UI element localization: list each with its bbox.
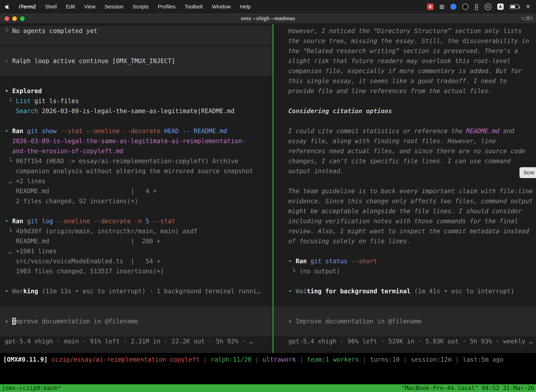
terminal-line: • Working (11m 13s • esc to interrupt) ·… (5, 286, 273, 296)
menu-item-window[interactable]: Window (212, 4, 231, 10)
screen-edge-button[interactable]: Scre (519, 167, 536, 178)
terminal-line (288, 96, 536, 106)
omx-footer: [OMX#0.11.9] cczip/essay/ai-reimplementa… (0, 353, 536, 392)
gauge-icon[interactable]: 61 (485, 3, 491, 10)
battery-icon[interactable] (510, 5, 519, 9)
left-pane-content: └ No agents completed yet › Ralph loop a… (0, 24, 273, 346)
terminal-line (288, 306, 536, 316)
input-source-icon[interactable]: A (497, 4, 504, 10)
terminal-line: Considering citation options (288, 106, 536, 116)
traffic-lights (5, 16, 25, 21)
terminal-line: └ No agents completed yet (5, 26, 273, 36)
menu-item-toolbelt[interactable]: Toolbelt (185, 4, 203, 10)
terminal-line: … +2 lines (5, 176, 273, 186)
terminal-pane-left[interactable]: └ No agents completed yet › Ralph loop a… (0, 24, 273, 353)
terminal-line (288, 296, 536, 306)
terminal-line: README.md | 4 + (5, 186, 273, 196)
dark-app-icon[interactable] (462, 4, 468, 10)
terminal-line: • Ran git status --short (288, 256, 536, 266)
terminal-line: The team guideline is to back every impo… (288, 186, 536, 196)
terminal-line: Search 2026-03-09-is-legal-the-same-as-l… (5, 106, 273, 116)
terminal-line: and-the-erosion-of-copyleft.md (5, 146, 273, 156)
terminal-line: essay file, along with finding root file… (288, 136, 536, 146)
terminal-line: companion analysis without altering the … (5, 166, 273, 176)
prompt-input-box[interactable]: › Improve documentation in @filename (273, 306, 536, 336)
window-title: omx --xhigh --madmax (0, 13, 536, 23)
menu-items: ShellEditViewSessionScriptsProfilesToolb… (45, 4, 251, 10)
terminal-line: README.md | 280 + (5, 236, 273, 246)
window-grid-icon[interactable]: ⊞ (440, 3, 445, 10)
usage-status-line: gpt-5.4 xhigh · 96% left · 520K in · 5.8… (273, 336, 536, 346)
terminal-line: might be acceptable alongside the file l… (288, 206, 536, 216)
terminal-line: • Explored (5, 86, 273, 96)
recording-dot-icon (429, 6, 431, 8)
window-title-bar: omx --xhigh --madmax ⌥⌘1 (0, 13, 536, 24)
terminal-line: changes, I can’t cite specific file line… (288, 156, 536, 166)
terminal-line: └ 4b9d30f (origin/main, instructkr/main,… (5, 226, 273, 236)
terminal-pane-right[interactable]: However, I noticed the “Directory Struct… (273, 24, 536, 353)
macos-menu-bar: iTerm2 ShellEditViewSessionScriptsProfil… (0, 0, 536, 13)
terminal-line (5, 296, 273, 306)
minimize-window-button[interactable] (12, 16, 17, 21)
terminal-line (5, 326, 273, 336)
close-window-button[interactable] (5, 16, 9, 21)
terminal-line (5, 116, 273, 126)
menu-item-session[interactable]: Session (105, 4, 124, 10)
terminal-window: └ No agents completed yet › Ralph loop a… (0, 24, 536, 392)
window-shortcut-badge: ⌥⌘1 (520, 13, 533, 23)
terminal-line: gpt-5.4 xhigh · 96% left · 520K in · 5.8… (288, 336, 536, 346)
terminal-line: › Ralph loop active continue [OMX_TMUX_I… (5, 56, 273, 66)
zoom-window-button[interactable] (20, 16, 25, 21)
terminal-line: └ List git ls-files (5, 96, 273, 106)
menu-item-view[interactable]: View (84, 4, 96, 10)
terminal-line: this single essay, it seems like a good … (288, 76, 536, 86)
terminal-line: I could cite commit statistics or refere… (288, 126, 536, 136)
menu-app-name[interactable]: iTerm2 (19, 4, 36, 10)
usage-status-line: gpt-5.4 xhigh · main · 91% left · 2.31M … (0, 336, 273, 346)
wifi-icon[interactable] (525, 4, 531, 9)
apple-menu-icon[interactable] (5, 4, 10, 9)
terminal-line: gpt-5.4 xhigh · main · 91% left · 2.31M … (5, 336, 273, 346)
tmux-status-bar: [omx-cczip0:bash* "MacBook-Pro-44.local"… (0, 384, 536, 392)
prompt-input-box[interactable]: › Improve documentation in @filename (0, 306, 273, 336)
terminal-line: including verification notes with those … (288, 216, 536, 226)
terminal-line: • Ran git show --stat --oneline --decora… (5, 126, 273, 136)
terminal-line: evidence. Since this change only affects… (288, 196, 536, 206)
terminal-line: However, I noticed the “Directory Struct… (288, 26, 536, 36)
menu-item-edit[interactable]: Edit (66, 4, 75, 10)
battery-nub (519, 6, 520, 9)
omx-status-line: [OMX#0.11.9] cczip/essay/ai-reimplementa… (0, 353, 536, 364)
terminal-line (5, 276, 273, 286)
menu-item-profiles[interactable]: Profiles (158, 4, 175, 10)
terminal-line (288, 116, 536, 126)
terminal-line: • Ran git log --oneline --decorate -n 5 … (5, 216, 273, 226)
terminal-line: output instead. (288, 166, 536, 176)
menu-item-help[interactable]: Help (240, 4, 251, 10)
terminal-line: › Improve documentation in @filename (5, 316, 273, 326)
terminal-line: of focusing solely on file lines. (288, 236, 536, 246)
terminal-line (288, 176, 536, 186)
terminal-line: the “Related research writing” section i… (288, 46, 536, 56)
tmux-session-window[interactable]: [omx-cczip0:bash* (2, 384, 61, 392)
terminal-line: 2026-03-09-is-legal-the-same-as-legitima… (5, 136, 273, 146)
screen-recording-indicator[interactable] (427, 4, 433, 10)
terminal-line: › Improve documentation in @filename (288, 316, 536, 326)
tmux-host-clock: "MacBook-Pro-44.local" 04:52 31-Mar-26 (402, 384, 534, 392)
menu-bar-status-area: ⊞ ⣿ 61 A (427, 3, 531, 10)
menu-item-scripts[interactable]: Scripts (133, 4, 149, 10)
terminal-line: slight risk that future readers may over… (288, 56, 536, 66)
input-source-label: A (499, 4, 502, 9)
terminal-line: review. Also, I might want to inspect th… (288, 226, 536, 236)
terminal-line: references need actual files, and since … (288, 146, 536, 156)
terminal-line (5, 36, 273, 46)
blue-app-icon[interactable] (450, 4, 456, 10)
terminal-line: src/voice/voiceModeEnabled.ts | 54 + (5, 256, 273, 266)
reasoning-log: However, I noticed the “Directory Struct… (273, 26, 536, 306)
terminal-line (5, 76, 273, 86)
app-grid-dots-icon[interactable]: ⣿ (474, 3, 479, 10)
menu-item-shell[interactable]: Shell (45, 4, 57, 10)
previous-output-box: └ No agents completed yet (0, 26, 273, 46)
terminal-line (288, 326, 536, 336)
terminal-line: └ (no output) (288, 266, 536, 276)
ralph-loop-banner: › Ralph loop active continue [OMX_TMUX_I… (0, 45, 273, 76)
